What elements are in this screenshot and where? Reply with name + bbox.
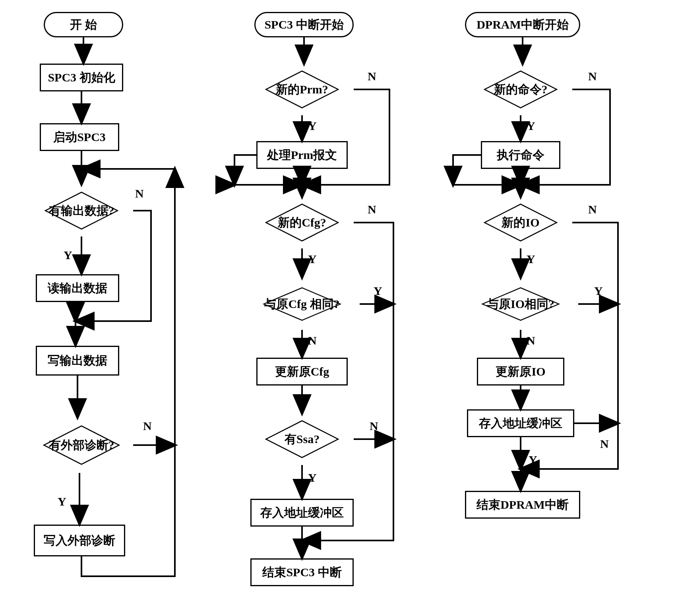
label-y-diag: Y (58, 495, 66, 508)
box-proc-prm: 处理Prm报文 (256, 141, 348, 169)
label-n-ssa: N (370, 419, 378, 433)
end-spc3-int-label: 结束SPC3 中断 (262, 564, 341, 581)
end-dpram-int-label: 结束DPRAM中断 (476, 497, 569, 513)
proc-prm-label: 处理Prm报文 (267, 147, 337, 163)
box-store-addr-dpram: 存入地址缓冲区 (467, 409, 574, 437)
label-n-store: N (600, 437, 609, 451)
box-read-output: 读输出数据 (36, 274, 119, 302)
label-y-ssa: Y (308, 471, 317, 484)
exec-cmd-label: 执行命令 (497, 147, 544, 163)
label-y-output: Y (64, 248, 72, 262)
update-cfg-label: 更新原Cfg (275, 364, 329, 380)
label-y-prm: Y (308, 119, 317, 133)
label-n-cfg-same: N (308, 334, 317, 347)
label-y-cfg-same: Y (374, 284, 382, 298)
box-update-cfg: 更新原Cfg (256, 358, 348, 385)
box-write-diag: 写入外部诊断 (34, 525, 125, 556)
spc3-init-label: SPC3 初始化 (48, 70, 115, 86)
decision-has-diag: 有外部诊断? (30, 417, 133, 473)
label-n-cmd: N (588, 70, 597, 83)
decision-io-same: 与原IO相同? (463, 278, 578, 330)
box-exec-cmd: 执行命令 (481, 141, 560, 169)
label-n-diag: N (143, 419, 152, 433)
label-n-io: N (588, 203, 597, 216)
write-output-label: 写输出数据 (48, 353, 107, 369)
decision-has-ssa: 有Ssa? (250, 413, 354, 465)
update-io-label: 更新原IO (496, 364, 545, 380)
dpram-int-start-label: DPRAM中断开始 (476, 17, 569, 33)
start-terminator-spc3-int: SPC3 中断开始 (254, 12, 354, 37)
label-n-output: N (135, 187, 144, 200)
box-start-spc3: 启动SPC3 (40, 123, 119, 151)
write-diag-label: 写入外部诊断 (44, 533, 115, 549)
box-update-io: 更新原IO (477, 358, 564, 385)
decision-new-prm: 新的Prm? (250, 64, 354, 115)
decision-cfg-same: 与原Cfg 相同? (244, 278, 360, 330)
store-addr-spc3-label: 存入地址缓冲区 (260, 505, 344, 521)
spc3-int-start-label: SPC3 中断开始 (264, 17, 343, 33)
label-y-cfg: Y (308, 252, 317, 266)
start-terminator-dpram-int: DPRAM中断开始 (465, 12, 580, 37)
read-output-label: 读输出数据 (48, 280, 107, 296)
start-spc3-label: 启动SPC3 (53, 129, 106, 145)
decision-new-cfg: 新的Cfg? (250, 197, 354, 248)
box-store-addr-spc3: 存入地址缓冲区 (250, 499, 354, 527)
label-y-io: Y (527, 252, 535, 266)
label-n-io-same: N (527, 334, 535, 347)
box-end-spc3-int: 结束SPC3 中断 (250, 558, 354, 586)
box-end-dpram-int: 结束DPRAM中断 (465, 491, 580, 519)
decision-new-io: 新的IO (469, 197, 572, 248)
decision-has-output: 有输出数据? (30, 185, 133, 236)
label-y-store: Y (529, 453, 537, 467)
start-terminator-main: 开 始 (44, 12, 123, 37)
label-y-cmd: Y (527, 119, 535, 133)
label-y-io-same: Y (594, 284, 603, 298)
decision-new-cmd: 新的命令? (469, 64, 572, 115)
label-n-cfg: N (368, 203, 376, 216)
box-write-output: 写输出数据 (36, 346, 119, 376)
start-label: 开 始 (70, 17, 97, 33)
label-n-prm: N (368, 70, 376, 83)
store-addr-dpram-label: 存入地址缓冲区 (479, 415, 562, 432)
box-spc3-init: SPC3 初始化 (40, 64, 123, 91)
